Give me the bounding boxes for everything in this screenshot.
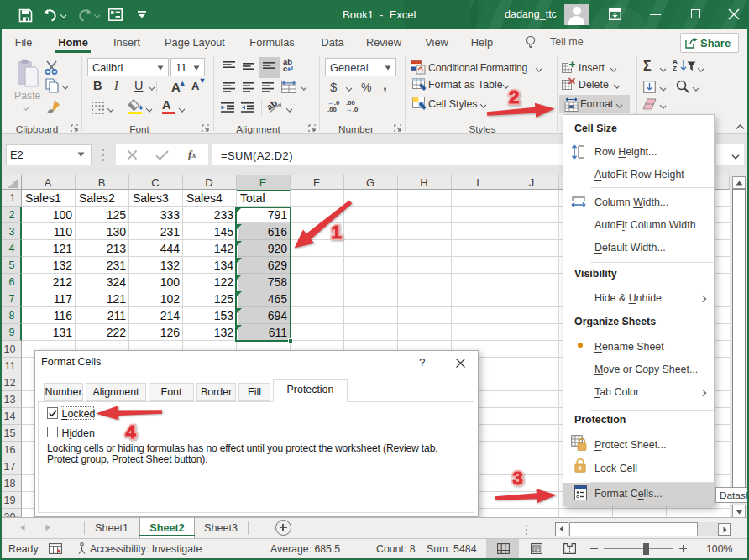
svg-text:4: 4 (125, 421, 136, 442)
